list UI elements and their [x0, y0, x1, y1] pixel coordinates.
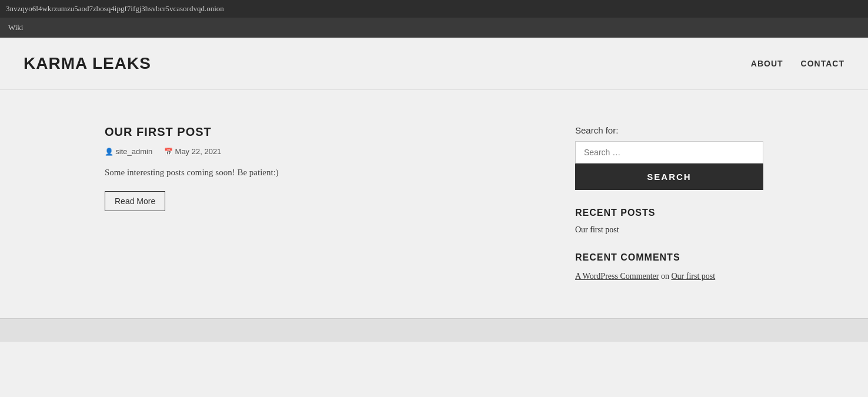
nav-about[interactable]: ABOUT	[751, 59, 783, 68]
recent-post-link-0[interactable]: Our first post	[575, 225, 763, 235]
recent-comments-title: RECENT COMMENTS	[575, 252, 763, 263]
search-label: Search for:	[575, 125, 763, 135]
post-author: site_admin	[105, 147, 152, 156]
user-icon	[105, 147, 115, 156]
content-area: OUR FIRST POST site_admin May 22, 2021 S…	[105, 125, 540, 283]
recent-posts-title: RECENT POSTS	[575, 208, 763, 218]
sidebar: Search for: SEARCH RECENT POSTS Our firs…	[575, 125, 763, 283]
comment-post-link[interactable]: Our first post	[672, 272, 716, 281]
calendar-icon	[164, 147, 175, 156]
site-title[interactable]: KARMA LEAKS	[24, 54, 151, 73]
browser-url: 3nvzqyo6l4wkrzumzu5aod7zbosq4ipgf7ifgj3h…	[6, 4, 224, 14]
post-excerpt: Some interesting posts coming soon! Be p…	[105, 165, 540, 179]
recent-comment-0: A WordPress Commenter on Our first post	[575, 270, 763, 283]
commenter-link[interactable]: A WordPress Commenter	[575, 272, 659, 281]
search-widget: Search for: SEARCH	[575, 125, 763, 190]
browser-tab: Wiki	[0, 18, 868, 38]
browser-address-bar: 3nvzqyo6l4wkrzumzu5aod7zbosq4ipgf7ifgj3h…	[0, 0, 868, 18]
post-title: OUR FIRST POST	[105, 125, 540, 139]
nav-contact[interactable]: CONTACT	[801, 59, 844, 68]
search-button[interactable]: SEARCH	[575, 164, 763, 190]
post-article: OUR FIRST POST site_admin May 22, 2021 S…	[105, 125, 540, 211]
post-date: May 22, 2021	[164, 147, 221, 156]
site-footer	[0, 318, 868, 342]
tab-label: Wiki	[8, 23, 23, 32]
read-more-button[interactable]: Read More	[105, 191, 165, 211]
post-meta: site_admin May 22, 2021	[105, 147, 540, 156]
recent-posts-widget: RECENT POSTS Our first post	[575, 208, 763, 235]
search-input[interactable]	[575, 141, 763, 164]
recent-comments-widget: RECENT COMMENTS A WordPress Commenter on…	[575, 252, 763, 283]
site-nav: ABOUT CONTACT	[751, 59, 844, 68]
site-header: KARMA LEAKS ABOUT CONTACT	[0, 38, 868, 90]
comment-on-text: on	[661, 272, 672, 281]
main-wrapper: OUR FIRST POST site_admin May 22, 2021 S…	[81, 90, 787, 318]
